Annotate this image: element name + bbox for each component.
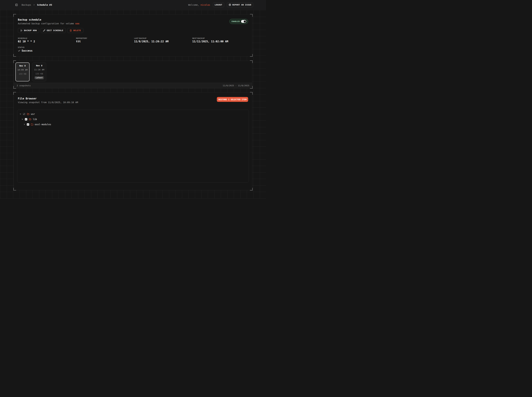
tree-item-name: ossl-modules xyxy=(35,123,51,126)
checkbox-checked[interactable] xyxy=(25,118,27,120)
corner-bracket xyxy=(13,188,16,190)
enabled-toggle[interactable]: ENABLED xyxy=(229,19,248,24)
restore-button[interactable]: RESTORE 1 SELECTED ITEM xyxy=(217,97,248,102)
folder-icon xyxy=(31,123,33,126)
enabled-toggle-label: ENABLED xyxy=(232,21,240,22)
field-label: NEXT BACKUP xyxy=(192,37,250,40)
field-next-backup: NEXT BACKUP 11/11/2025, 11:02:00 AM xyxy=(192,37,250,43)
tree-row-usr[interactable]: usr xyxy=(17,112,249,117)
field-value: 11/8/2025, 11:26:22 AM xyxy=(134,40,192,43)
play-icon xyxy=(20,29,23,32)
status-label: STATUS xyxy=(18,46,32,49)
life-buoy-icon xyxy=(229,4,231,6)
snapshot-count: 2 snapshots xyxy=(17,84,31,87)
file-browser-subtitle: Viewing snapshot from 11/8/2025, 10:09:1… xyxy=(18,101,78,104)
folder-open-icon xyxy=(27,113,29,115)
tree-item-name: usr xyxy=(31,113,35,115)
header-right: Welcome, nicolas LOGOUT REPORT AN ISSUE xyxy=(188,2,253,7)
pencil-icon xyxy=(43,29,45,32)
edit-schedule-label: EDIT SCHEDULE xyxy=(47,29,63,32)
file-browser-heading: File Browser Viewing snapshot from 11/8/… xyxy=(18,97,78,104)
header: Backups Schedule #3 Welcome, nicolas LOG… xyxy=(0,0,266,10)
schedule-card-heading: Backup schedule Automated backup configu… xyxy=(18,18,79,25)
field-label: SCHEDULE xyxy=(18,37,76,40)
chevron-down-icon[interactable] xyxy=(21,118,23,120)
breadcrumb-current-page: Schedule #3 xyxy=(37,4,52,6)
backup-schedule-card: Backup schedule Automated backup configu… xyxy=(14,14,252,56)
folder-open-icon xyxy=(29,118,31,120)
toggle-knob xyxy=(244,20,246,23)
schedule-actions: BACKUP NOW EDIT SCHEDULE DELETE xyxy=(18,28,83,33)
file-browser-card: File Browser Viewing snapshot from 11/8/… xyxy=(14,92,252,190)
field-value: 11/11/2025, 11:02:00 AM xyxy=(192,40,250,43)
volume-name: sss xyxy=(75,22,79,25)
welcome-prefix: Welcome, xyxy=(188,4,201,6)
field-value: 02 10 * * 2 xyxy=(18,40,76,43)
field-repository: REPOSITORY ttt xyxy=(76,37,134,43)
backup-now-label: BACKUP NOW xyxy=(24,29,37,32)
checkbox-checked[interactable] xyxy=(23,113,25,115)
snapshot-date: Nov 8 xyxy=(32,65,46,67)
schedule-fields: SCHEDULE 02 10 * * 2 REPOSITORY ttt LAST… xyxy=(18,37,250,43)
field-value: ttt xyxy=(76,40,134,43)
field-label: REPOSITORY xyxy=(76,37,134,40)
latest-badge: Latest xyxy=(34,76,44,79)
delete-label: DELETE xyxy=(73,29,81,32)
schedule-card-title: Backup schedule xyxy=(18,18,79,21)
restore-label: RESTORE 1 SELECTED ITEM xyxy=(218,98,247,101)
snapshot-size: 133 KB xyxy=(16,73,29,75)
status-value: Success xyxy=(22,49,32,53)
snapshots-card: Nov 8 10:09 AM 133 KB Nov 8 11:26 AM 133… xyxy=(14,61,252,88)
corner-bracket xyxy=(250,188,253,190)
file-browser-title: File Browser xyxy=(18,97,78,100)
delete-button[interactable]: DELETE xyxy=(67,28,83,33)
breadcrumb-backups[interactable]: Backups xyxy=(22,4,31,6)
snapshots-footer: 2 snapshots 11/8/2025 - 11/8/2025 xyxy=(14,83,252,88)
tree-row-lib[interactable]: lib xyxy=(17,117,249,122)
snapshot-date: Nov 8 xyxy=(16,65,29,67)
snapshot-tile-selected[interactable]: Nov 8 10:09 AM 133 KB xyxy=(15,62,30,81)
field-schedule: SCHEDULE 02 10 * * 2 xyxy=(18,37,76,43)
corner-bracket xyxy=(13,14,16,17)
backup-now-button[interactable]: BACKUP NOW xyxy=(18,28,39,33)
check-icon xyxy=(18,50,20,52)
file-tree: usr lib xyxy=(17,110,249,183)
corner-bracket xyxy=(13,54,16,57)
checkbox-checked[interactable] xyxy=(27,123,29,126)
subtitle-prefix: Automated backup configuration for volum… xyxy=(18,22,75,25)
field-last-backup: LAST BACKUP 11/8/2025, 11:26:22 AM xyxy=(134,37,192,43)
snapshot-tile[interactable]: Nov 8 11:26 AM 133 KB Latest xyxy=(32,62,46,81)
snapshot-list: Nov 8 10:09 AM 133 KB Nov 8 11:26 AM 133… xyxy=(15,62,46,81)
welcome-text: Welcome, nicolas xyxy=(188,4,210,6)
logout-label: LOGOUT xyxy=(215,4,222,6)
report-issue-button[interactable]: REPORT AN ISSUE xyxy=(227,2,253,7)
corner-bracket xyxy=(250,92,253,95)
corner-bracket xyxy=(250,14,253,17)
chevron-right-icon xyxy=(33,4,35,6)
corner-bracket xyxy=(250,54,253,57)
field-status: STATUS Success xyxy=(18,46,32,53)
username: nicolas xyxy=(201,4,210,6)
snapshot-time: 10:09 AM xyxy=(16,69,29,71)
breadcrumb: Backups Schedule #3 xyxy=(22,4,52,6)
corner-bracket xyxy=(250,61,253,63)
logout-button[interactable]: LOGOUT xyxy=(213,2,224,7)
schedule-card-subtitle: Automated backup configuration for volum… xyxy=(18,22,79,25)
tree-row-ossl-modules[interactable]: ossl-modules xyxy=(17,122,249,127)
tree-item-name: lib xyxy=(33,118,37,120)
field-label: LAST BACKUP xyxy=(134,37,192,40)
toggle-switch[interactable] xyxy=(241,20,246,23)
chevron-right-icon[interactable] xyxy=(23,124,25,125)
snapshot-size: 133 KB xyxy=(32,73,46,75)
trash-icon xyxy=(70,29,72,32)
corner-bracket xyxy=(13,92,16,95)
edit-schedule-button[interactable]: EDIT SCHEDULE xyxy=(41,28,66,33)
sidebar-toggle-icon[interactable] xyxy=(15,4,18,6)
snapshot-time: 11:26 AM xyxy=(32,68,46,71)
snapshot-date-range: 11/8/2025 - 11/8/2025 xyxy=(223,84,249,87)
main-content: Backup schedule Automated backup configu… xyxy=(0,10,266,198)
report-issue-label: REPORT AN ISSUE xyxy=(232,4,251,6)
chevron-down-icon[interactable] xyxy=(19,113,21,115)
